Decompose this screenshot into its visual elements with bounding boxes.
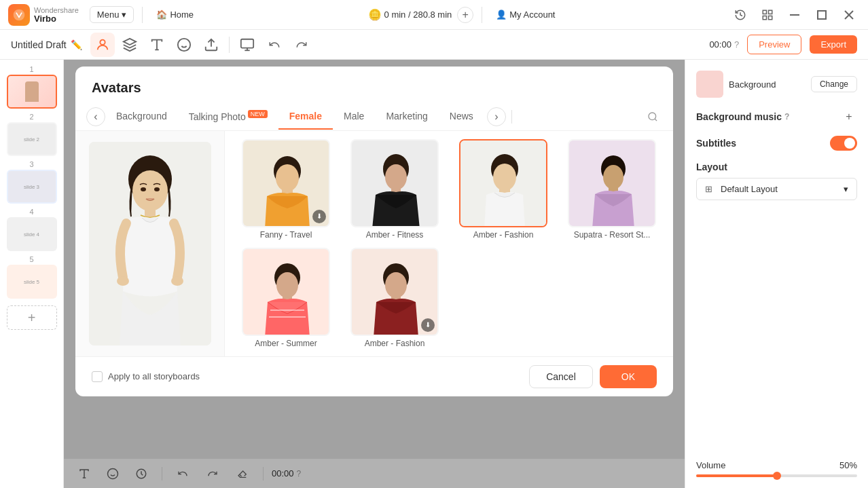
- slide-5-wrapper: 5 slide 5: [7, 255, 57, 299]
- modal-actions: Cancel OK: [529, 365, 657, 388]
- help-icon[interactable]: ?: [734, 39, 739, 50]
- storyboard-button[interactable]: [235, 33, 259, 57]
- download-icon-1: ⬇: [312, 210, 326, 223]
- apply-all-checkbox[interactable]: Apply to all storyboards: [92, 371, 200, 382]
- chevron-down-icon: ▾: [122, 10, 126, 20]
- avatar-card-amber-fashion-2[interactable]: ⬇ Amber - Fashion: [344, 248, 445, 348]
- modal-tabs: ‹ Background Talking PhotoNEW Female Mal…: [75, 104, 673, 131]
- home-button[interactable]: 🏠 Home: [151, 7, 199, 22]
- export-button[interactable]: Export: [810, 35, 857, 54]
- change-background-button[interactable]: Change: [811, 76, 857, 92]
- preview-button[interactable]: Preview: [747, 35, 801, 54]
- minimize-button[interactable]: [784, 4, 806, 26]
- logo-icon: [8, 4, 30, 26]
- avatar-card-supatra[interactable]: Supatra - Resort St...: [562, 139, 662, 240]
- avatar-grid-panel: ⬇ Fanny - Travel: [225, 131, 673, 356]
- new-badge: NEW: [248, 110, 268, 118]
- volume-row: Volume 50%: [696, 460, 857, 470]
- add-slide-button[interactable]: +: [7, 305, 57, 330]
- subtitles-section: Subtitles: [696, 136, 857, 151]
- avatar-card-amber-fashion-1[interactable]: Amber - Fashion: [453, 139, 554, 240]
- emoji-tool-button[interactable]: [172, 33, 196, 57]
- upload-tool-button[interactable]: [199, 33, 223, 57]
- redo-button[interactable]: [289, 33, 314, 57]
- modal-title: Avatars: [92, 80, 657, 96]
- slide-2-wrapper: 2 slide 2: [7, 113, 57, 156]
- avatar-4-image: [568, 139, 656, 227]
- ok-button[interactable]: OK: [600, 365, 657, 388]
- avatar-tool-button[interactable]: [90, 33, 115, 57]
- close-button[interactable]: [838, 4, 860, 26]
- slide-2-thumb[interactable]: slide 2: [7, 122, 57, 156]
- tab-female[interactable]: Female: [278, 104, 333, 130]
- svg-point-21: [132, 170, 168, 211]
- avatars-modal: Avatars ‹ Background Talking PhotoNEW Fe…: [75, 67, 673, 396]
- tab-marketing[interactable]: Marketing: [375, 104, 438, 130]
- tab-background[interactable]: Background: [105, 104, 178, 130]
- topbar: Wondershare Virbo Menu ▾ 🏠 Home 🪙 0 min …: [0, 0, 868, 30]
- tab-divider: [511, 110, 512, 124]
- search-icon[interactable]: [643, 107, 662, 126]
- slide-1-thumb[interactable]: [7, 75, 57, 109]
- toolbar-divider: [229, 37, 230, 53]
- volume-fill: [696, 474, 777, 477]
- modal-header: Avatars: [75, 67, 673, 104]
- background-section: Background Change: [696, 71, 857, 98]
- slide-5-thumb[interactable]: slide 5: [7, 265, 57, 299]
- account-icon: 👤: [496, 10, 507, 20]
- svg-point-10: [178, 38, 190, 50]
- my-account-button[interactable]: 👤 My Account: [490, 7, 560, 22]
- add-music-button[interactable]: +: [841, 109, 857, 125]
- menu-button[interactable]: Menu ▾: [90, 6, 134, 23]
- menu-label: Menu: [97, 10, 120, 20]
- slide-5-num: 5: [29, 255, 33, 263]
- checkbox-input[interactable]: [92, 371, 103, 382]
- logo-area: Wondershare Virbo: [8, 4, 79, 26]
- history-button[interactable]: [729, 4, 751, 26]
- volume-thumb[interactable]: [773, 472, 781, 480]
- volume-slider[interactable]: [696, 474, 857, 477]
- tab-next-button[interactable]: ›: [487, 107, 506, 126]
- tab-male[interactable]: Male: [333, 104, 375, 130]
- avatar-5-image: [242, 248, 330, 336]
- tab-news[interactable]: News: [439, 104, 484, 130]
- chevron-down-icon: ▾: [844, 184, 848, 194]
- tab-talking-photo[interactable]: Talking PhotoNEW: [178, 104, 278, 130]
- layout-dropdown[interactable]: ⊞ Default Layout ▾: [696, 178, 857, 200]
- svg-point-49: [385, 272, 407, 298]
- info-icon[interactable]: ?: [784, 112, 789, 121]
- edit-icon[interactable]: ✏️: [71, 39, 82, 50]
- avatar-card-amber-fitness[interactable]: Amber - Fitness: [344, 139, 445, 240]
- cancel-button[interactable]: Cancel: [529, 365, 593, 388]
- add-time-button[interactable]: +: [457, 7, 473, 23]
- text-tool-button[interactable]: [145, 33, 169, 57]
- subtitles-label: Subtitles: [696, 138, 736, 149]
- coin-icon: 🪙: [368, 8, 382, 21]
- avatar-2-image: [350, 139, 439, 227]
- undo-button[interactable]: [262, 33, 287, 57]
- timecode-display: 00:00 ?: [709, 39, 739, 50]
- grid-button[interactable]: [757, 4, 778, 26]
- slide-3-thumb[interactable]: slide 3: [7, 170, 57, 204]
- svg-point-29: [276, 164, 299, 191]
- svg-point-17: [649, 113, 656, 120]
- avatar-card-amber-summer[interactable]: Amber - Summer: [236, 248, 336, 348]
- avatar-1-name: Fanny - Travel: [260, 230, 312, 240]
- avatar-card-fanny-travel[interactable]: ⬇ Fanny - Travel: [236, 139, 336, 240]
- volume-value: 50%: [839, 460, 857, 470]
- layout-value: Default Layout: [721, 184, 778, 194]
- tab-prev-button[interactable]: ‹: [86, 107, 105, 126]
- avatar-6-image: ⬇: [350, 248, 439, 336]
- svg-point-24: [171, 276, 183, 286]
- style-tool-button[interactable]: [117, 33, 142, 57]
- subtitles-toggle[interactable]: [830, 136, 857, 151]
- maximize-button[interactable]: [811, 4, 833, 26]
- draft-title-area: Untitled Draft ✏️: [11, 39, 82, 50]
- svg-point-37: [493, 164, 516, 191]
- logo-sub: Virbo: [34, 14, 79, 23]
- toolbar: 00:00 ?: [90, 33, 739, 57]
- svg-rect-1: [763, 10, 766, 14]
- slide-4-thumb[interactable]: slide 4: [7, 217, 57, 251]
- avatar-5-name: Amber - Summer: [255, 339, 317, 348]
- svg-point-33: [385, 164, 407, 190]
